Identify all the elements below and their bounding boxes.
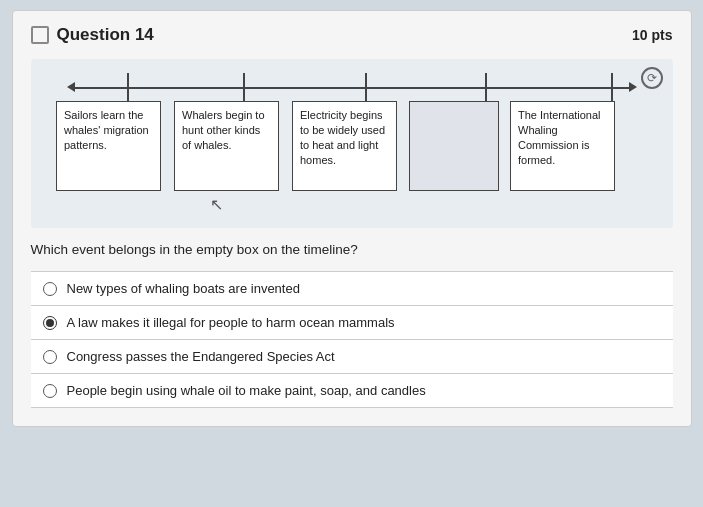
cursor-icon: ↖ [45, 195, 659, 214]
tick5 [611, 73, 613, 103]
answer-label-3: Congress passes the Endangered Species A… [67, 349, 335, 364]
boxes-row: Sailors learn the whales' migration patt… [55, 101, 649, 191]
radio-dot-2 [46, 319, 54, 327]
arrow-left [67, 82, 75, 92]
timeline-line [73, 87, 631, 89]
answer-options: New types of whaling boats are invented … [31, 271, 673, 408]
radio-circle-2 [43, 316, 57, 330]
answer-option-3[interactable]: Congress passes the Endangered Species A… [31, 340, 673, 374]
title-text: Question 14 [57, 25, 154, 45]
arrow-right [629, 82, 637, 92]
answer-label-2: A law makes it illegal for people to har… [67, 315, 395, 330]
card-header: Question 14 10 pts [31, 25, 673, 45]
pts-label: 10 pts [632, 27, 672, 43]
radio-circle-1 [43, 282, 57, 296]
question-card: Question 14 10 pts ⟳ [12, 10, 692, 427]
timeline-box-1: Sailors learn the whales' migration patt… [56, 101, 161, 191]
answer-option-4[interactable]: People begin using whale oil to make pai… [31, 374, 673, 408]
answer-option-2[interactable]: A law makes it illegal for people to har… [31, 306, 673, 340]
radio-circle-3 [43, 350, 57, 364]
answer-label-4: People begin using whale oil to make pai… [67, 383, 426, 398]
question-title: Question 14 [31, 25, 154, 45]
question-text: Which event belongs in the empty box on … [31, 242, 673, 257]
radio-circle-4 [43, 384, 57, 398]
tick4 [485, 73, 487, 103]
timeline-area: ⟳ [31, 59, 673, 228]
answer-label-1: New types of whaling boats are invented [67, 281, 300, 296]
timeline-box-3: Electricity begins to be widely used to … [292, 101, 397, 191]
timeline-box-5: The International Whaling Commission is … [510, 101, 615, 191]
timeline-box-2: Whalers begin to hunt other kinds of wha… [174, 101, 279, 191]
tick1 [127, 73, 129, 103]
answer-option-1[interactable]: New types of whaling boats are invented [31, 271, 673, 306]
timeline-box-4-empty [409, 101, 499, 191]
checkbox-icon [31, 26, 49, 44]
tick2 [243, 73, 245, 103]
tick3 [365, 73, 367, 103]
